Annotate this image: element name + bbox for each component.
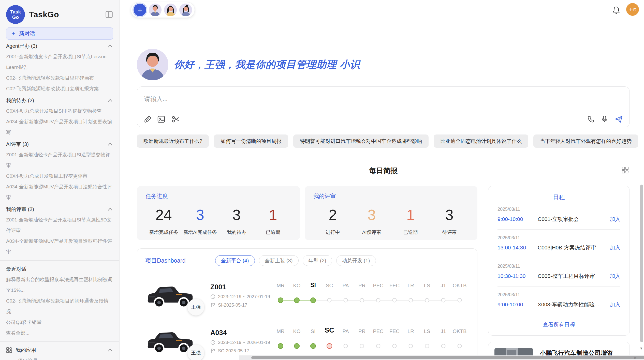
app-item[interactable]: 项目管理 (6, 355, 113, 360)
horizontal-scrollbar[interactable]: ▶ (239, 355, 644, 360)
dashboard-filter-chip[interactable]: 年型 (2) (303, 255, 332, 266)
schedule-date: 2025/03/11 (497, 264, 620, 269)
milestone-dot[interactable] (376, 344, 380, 348)
project-row[interactable]: 王强 Z001 2023-12-19 ~ 2027-01-19 SI-2025-… (145, 279, 469, 312)
milestone-dot[interactable] (409, 344, 413, 348)
milestone-dot[interactable] (278, 297, 283, 303)
milestone-dot[interactable] (425, 344, 429, 348)
sidebar-item[interactable]: Z001-全新燃油轻卡产品开发项目SI节点属性5D文件评审 (6, 215, 113, 236)
clock-icon (210, 340, 215, 345)
section-header[interactable]: 我的待办 (2) (6, 95, 113, 106)
chevron-up-icon[interactable] (107, 207, 113, 212)
suggestion-chip[interactable]: 当下年轻人对汽车外观有怎样的喜好趋势 (533, 134, 638, 148)
milestone-dot[interactable] (409, 298, 413, 303)
sidebar-item[interactable]: Z001-全新燃油皮卡产品开发项目SI节点Lesson Learn报告 (6, 51, 113, 73)
suggestion-chip[interactable]: 比亚迪全固态电池计划具体说了什么 (434, 134, 528, 148)
suggestion-chip[interactable]: 欧洲新规最近颁布了什么? (137, 134, 209, 148)
send-icon[interactable] (615, 115, 623, 123)
microphone-icon[interactable] (602, 115, 608, 123)
milestone-dot[interactable] (327, 343, 332, 349)
recent-conversation-item[interactable]: C02-飞腾新能源轻客改款项目的闭环通告反馈情况 (6, 296, 113, 317)
scroll-down-arrow-icon[interactable]: ▼ (639, 346, 643, 350)
horizontal-scrollbar-thumb[interactable] (251, 356, 644, 359)
chevron-up-icon[interactable] (107, 142, 113, 146)
section-header[interactable]: 我的评审 (2) (6, 204, 113, 215)
recent-conversation-item[interactable]: 查看全部... (6, 328, 113, 338)
chevron-up-icon[interactable] (107, 44, 113, 48)
join-link[interactable]: 加入 (610, 216, 620, 223)
chat-input-box[interactable]: 请输入... (137, 86, 630, 127)
suggestion-chip[interactable]: 特朗普可能对进口汽车增税会对中国车企造成哪些影响 (293, 134, 429, 148)
collapse-sidebar-icon[interactable] (106, 11, 113, 18)
dashboard-filter-chip[interactable]: 全新平台 (4) (215, 255, 255, 266)
stat-label: AI预评审 (352, 229, 391, 236)
content-column: 你好，王强，我是你的项目管理助理 小识 请输入... (137, 0, 630, 360)
layout-grid-icon[interactable] (622, 167, 629, 174)
milestone-dot[interactable] (392, 298, 397, 303)
teammate-avatar-3[interactable] (179, 4, 192, 16)
milestone-dot[interactable] (376, 298, 380, 303)
sidebar-item[interactable]: A034-全新新能源MUV产品开发项目造型可行性评审 (6, 236, 113, 257)
milestone-label: OKTB (449, 328, 470, 334)
milestone-dot[interactable] (294, 297, 300, 303)
milestone-dot[interactable] (360, 298, 364, 303)
sidebar-item[interactable]: C0X4-动力总成开发项目SI里程碑提交物检查 (6, 106, 113, 116)
scroll-right-arrow-icon[interactable]: ▶ (634, 356, 637, 359)
recent-conversation-item[interactable]: 公司Q3轻卡销量 (6, 317, 113, 328)
milestone-dot[interactable] (425, 298, 429, 303)
milestone-dot[interactable] (441, 298, 446, 303)
new-conversation-plus-icon[interactable]: ＋ (134, 4, 146, 16)
stat-value: 3 (352, 207, 391, 223)
suggestion-chip[interactable]: 如何写一份清晰的项目周报 (214, 134, 288, 148)
project-row[interactable]: 王强 A034 2023-12-19 ~ 2026-01-19 SC-2025-… (145, 325, 469, 357)
sidebar-item[interactable]: Z001-全新燃油轻卡产品开发项目SI造型提交物评审 (6, 149, 113, 171)
chevron-up-icon[interactable] (107, 98, 113, 103)
join-link[interactable]: 加入 (610, 273, 620, 280)
paperclip-icon[interactable] (144, 115, 151, 123)
view-all-schedule-link[interactable]: 查看所有日程 (497, 315, 620, 330)
vertical-scrollbar-thumb[interactable] (640, 185, 643, 342)
milestone-dot[interactable] (360, 344, 364, 348)
sidebar-item[interactable]: A034-全新新能源MUV产品开发项目计划变更表编写 (6, 116, 113, 138)
image-icon[interactable] (157, 116, 165, 123)
section-header[interactable]: AI评审 (3) (6, 139, 113, 149)
milestone-dot[interactable] (344, 344, 348, 348)
project-dates: 2023-12-19 ~ 2026-01-19 (210, 340, 274, 345)
dashboard-filter-chip[interactable]: 动总开发 (1) (336, 255, 376, 266)
milestone-dot[interactable] (344, 298, 348, 303)
briefing-grid: 任务进度 24 新增完成任务 3 新增AI完成任务 3 我的待办 1 已逾期 我… (137, 186, 630, 360)
recent-conversation-item[interactable]: 解释最新出台的欧盟报废车法规再生塑料比例被调至15%... (6, 274, 113, 296)
sidebar-item[interactable]: A034-全新新能源MUV产品开发项目法规符合性评审 (6, 182, 113, 203)
sidebar-item[interactable]: C0X4-动力总成开发项目工程变更评审 (6, 171, 113, 182)
join-link[interactable]: 加入 (610, 301, 620, 308)
new-chat-button[interactable]: ＋ 新对话 (6, 27, 113, 40)
stat-value: 1 (391, 207, 430, 223)
section-label: Agent已办 (3) (6, 43, 37, 50)
join-link[interactable]: 加入 (610, 244, 620, 251)
milestone-dot[interactable] (327, 298, 332, 303)
project-image: 王强 (145, 281, 198, 310)
sidebar-item[interactable]: C02-飞腾新能源轻客改款项目里程碑画布 (6, 73, 113, 83)
milestone-dot[interactable] (310, 343, 316, 349)
my-apps-header[interactable]: 我的应用 (6, 345, 113, 355)
phone-icon[interactable] (587, 116, 594, 123)
schedule-event-title: C001-立项审批会 (538, 216, 606, 223)
section-label: AI评审 (3) (6, 141, 29, 148)
schedule-date: 2025/03/11 (497, 207, 620, 212)
section-header[interactable]: Agent已办 (3) (6, 41, 113, 51)
milestone-dot[interactable] (294, 343, 300, 349)
teammate-avatar-2[interactable] (164, 4, 177, 16)
scissors-icon[interactable] (172, 116, 179, 123)
schedule-event-title: X003-车辆动力学性能验... (538, 301, 606, 308)
sidebar-item[interactable]: C02-飞腾新能源轻客改款项目立项汇报方案 (6, 83, 113, 94)
logo-text-top: Task (10, 9, 21, 14)
chevron-up-icon[interactable] (107, 348, 113, 352)
milestone-dot[interactable] (310, 297, 316, 303)
milestone-dot[interactable] (392, 344, 397, 348)
milestone-dot[interactable] (278, 343, 283, 349)
milestone-dot[interactable] (458, 298, 462, 303)
dashboard-filter-chip[interactable]: 全新上装 (3) (259, 255, 299, 266)
milestone-dot[interactable] (458, 344, 462, 348)
milestone-dot[interactable] (441, 344, 446, 348)
teammate-avatar-1[interactable] (149, 4, 162, 16)
